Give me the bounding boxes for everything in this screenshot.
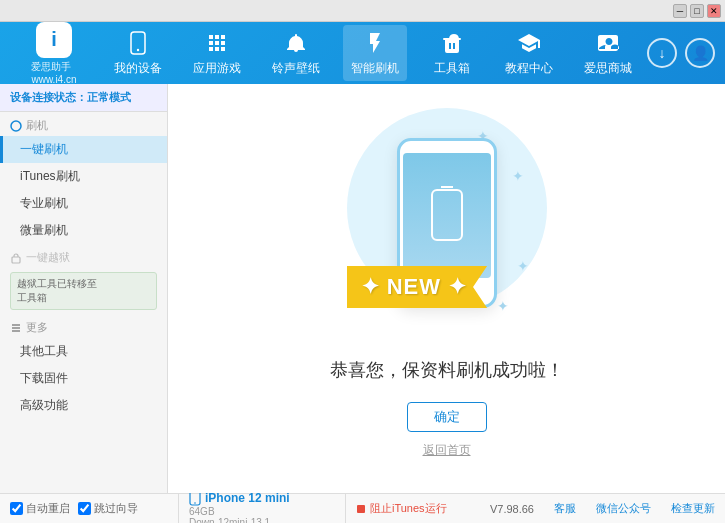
sidebar-item-one-key-flash[interactable]: 一键刷机 (0, 136, 167, 163)
group-label-flash: 刷机 (0, 112, 167, 136)
svg-point-2 (11, 121, 21, 131)
minimize-button[interactable]: ─ (673, 4, 687, 18)
logo-icon: i (36, 22, 72, 58)
nav-right-buttons: ↓ 👤 (647, 38, 715, 68)
skip-wizard-checkbox[interactable]: 跳过向导 (78, 501, 138, 516)
sidebar-item-micro-flash[interactable]: 微量刷机 (0, 217, 167, 244)
bottom-left: 自动重启 跳过向导 (10, 501, 178, 516)
jailbreak-info-box: 越狱工具已转移至工具箱 (10, 272, 157, 310)
nav-item-ringtones[interactable]: 铃声壁纸 (264, 25, 328, 81)
content-area: ✦ ✦ ✦ ✦ ✦ NEW ✦ 恭喜您，保资料刷机成功啦！ 确定 返回首页 (168, 84, 725, 493)
store-icon (594, 29, 622, 57)
status-bar: 设备连接状态：正常模式 (0, 84, 167, 112)
wechat-link[interactable]: 微信公众号 (596, 501, 651, 516)
sidebar-item-itunes-flash[interactable]: iTunes刷机 (0, 163, 167, 190)
more-icon (10, 322, 22, 334)
phone-illustration: ✦ ✦ ✦ ✦ ✦ NEW ✦ (357, 118, 537, 338)
star-4: ✦ (497, 298, 509, 314)
group-label-jailbreak: 一键越狱 (0, 244, 167, 268)
phone-icon (124, 29, 152, 57)
bottom-right: V7.98.66 客服 微信公众号 检查更新 (447, 501, 715, 516)
nav-item-my-device[interactable]: 我的设备 (106, 25, 170, 81)
auto-launch-input[interactable] (10, 502, 23, 515)
svg-rect-11 (357, 505, 365, 513)
auto-launch-checkbox[interactable]: 自动重启 (10, 501, 70, 516)
sidebar: 设备连接状态：正常模式 刷机 一键刷机 iTunes刷机 专业刷机 微量刷机 一… (0, 84, 168, 493)
sidebar-item-download-fw[interactable]: 下载固件 (0, 365, 167, 392)
sidebar-item-pro-flash[interactable]: 专业刷机 (0, 190, 167, 217)
nav-item-apps-games[interactable]: 应用游戏 (185, 25, 249, 81)
main-container: 设备连接状态：正常模式 刷机 一键刷机 iTunes刷机 专业刷机 微量刷机 一… (0, 84, 725, 493)
phone-screen-icon (427, 185, 467, 245)
logo-text: 爱思助手 www.i4.cn (31, 60, 76, 85)
tool-icon (438, 29, 466, 57)
svg-rect-7 (432, 190, 462, 240)
success-message: 恭喜您，保资料刷机成功啦！ (330, 358, 564, 382)
confirm-button[interactable]: 确定 (407, 402, 487, 432)
phone-screen (403, 153, 491, 278)
sidebar-item-advanced[interactable]: 高级功能 (0, 392, 167, 419)
app-icon (203, 29, 231, 57)
flash-icon (361, 29, 389, 57)
svg-point-10 (194, 502, 196, 504)
sidebar-item-other-tools[interactable]: 其他工具 (0, 338, 167, 365)
skip-wizard-input[interactable] (78, 502, 91, 515)
device-firmware: Down-12mini-13,1 (189, 517, 345, 524)
bottom-bar: 自动重启 跳过向导 iPhone 12 mini 64GB Down-12min… (0, 493, 725, 523)
lock-icon (10, 252, 22, 264)
logo-area: i 爱思助手 www.i4.cn (10, 22, 98, 85)
nav-item-store[interactable]: 爱思商城 (576, 25, 640, 81)
nav-item-smart-flash[interactable]: 智能刷机 (343, 25, 407, 81)
device-info: iPhone 12 mini 64GB Down-12mini-13,1 (178, 490, 346, 524)
nav-item-toolbox[interactable]: 工具箱 (422, 25, 482, 81)
svg-point-1 (136, 49, 138, 51)
nav-items: 我的设备 应用游戏 铃声壁纸 智能刷机 工具箱 (98, 25, 647, 81)
maximize-button[interactable]: □ (690, 4, 704, 18)
header: i 爱思助手 www.i4.cn 我的设备 应用游戏 铃声壁纸 (0, 22, 725, 84)
itunes-status: 阻止iTunes运行 (356, 501, 447, 516)
ringtone-icon (282, 29, 310, 57)
group-label-more: 更多 (0, 314, 167, 338)
version-label: V7.98.66 (490, 503, 534, 515)
stop-icon (356, 504, 366, 514)
titlebar: ─ □ ✕ (0, 0, 725, 22)
support-link[interactable]: 客服 (554, 501, 576, 516)
user-button[interactable]: 👤 (685, 38, 715, 68)
svg-rect-3 (12, 257, 20, 263)
new-ribbon: ✦ NEW ✦ (347, 266, 488, 308)
refresh-icon (10, 120, 22, 132)
nav-item-tutorials[interactable]: 教程中心 (497, 25, 561, 81)
download-button[interactable]: ↓ (647, 38, 677, 68)
tutorial-icon (515, 29, 543, 57)
star-3: ✦ (517, 258, 529, 274)
close-button[interactable]: ✕ (707, 4, 721, 18)
check-update-link[interactable]: 检查更新 (671, 501, 715, 516)
device-storage: 64GB (189, 506, 345, 517)
star-2: ✦ (512, 168, 524, 184)
cancel-link[interactable]: 返回首页 (423, 442, 471, 459)
